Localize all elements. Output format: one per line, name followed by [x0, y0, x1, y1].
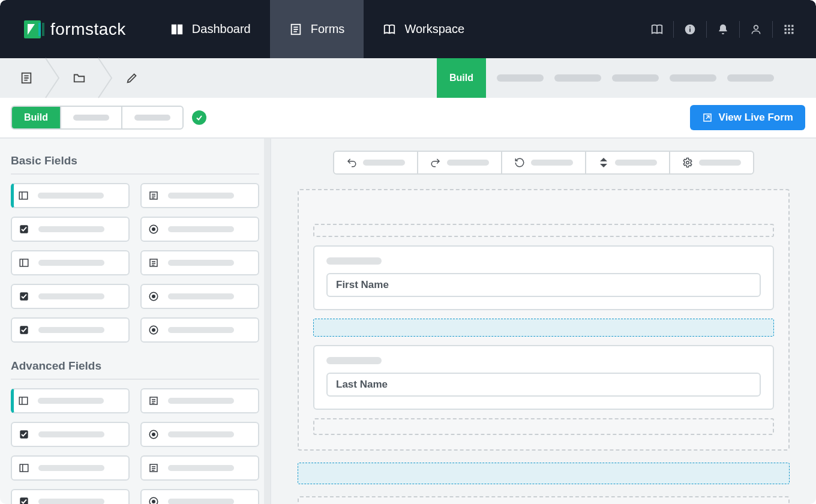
bell-icon[interactable]: [709, 16, 737, 43]
breadcrumb-edit-icon[interactable]: [106, 58, 158, 98]
svg-rect-1: [38, 23, 41, 36]
undo-icon: [346, 157, 357, 168]
field-tile-label-placeholder: [38, 293, 104, 299]
field-tile[interactable]: [140, 388, 259, 413]
last-name-field[interactable]: Last Name: [313, 345, 774, 410]
checkbox-icon: [18, 223, 30, 235]
user-icon[interactable]: [742, 16, 770, 43]
field-tile[interactable]: [11, 250, 130, 275]
radio-icon: [148, 290, 160, 302]
checkbox-icon: [18, 324, 30, 336]
list-icon: [148, 257, 160, 269]
last-name-input[interactable]: Last Name: [326, 373, 761, 397]
seg-build[interactable]: Build: [12, 107, 61, 128]
formstack-logo-icon: [24, 19, 44, 40]
field-tile[interactable]: [11, 489, 130, 504]
nav-dashboard[interactable]: Dashboard: [151, 0, 270, 58]
sidebar-resize-handle[interactable]: [264, 139, 270, 504]
field-tile[interactable]: [140, 183, 259, 208]
redo-button[interactable]: [418, 152, 502, 173]
radio-icon: [148, 223, 160, 235]
panel-left-icon: [18, 462, 30, 474]
section-header-placeholder: [299, 190, 788, 215]
field-tile[interactable]: [11, 284, 130, 309]
main-nav: Dashboard Forms Workspace: [151, 0, 484, 58]
apps-grid-icon[interactable]: [775, 16, 803, 43]
nav-forms[interactable]: Forms: [270, 0, 364, 58]
field-tile[interactable]: [11, 455, 130, 481]
field-tile-label-placeholder: [38, 193, 104, 199]
panel-left-icon: [17, 395, 29, 407]
field-label-placeholder: [326, 257, 382, 265]
nav-workspace-label: Workspace: [404, 22, 464, 36]
help-book-icon[interactable]: [643, 16, 671, 43]
undo-button[interactable]: [334, 152, 418, 173]
field-tile[interactable]: [11, 317, 130, 343]
svg-rect-18: [785, 28, 787, 30]
breadcrumb-folder-icon[interactable]: [53, 58, 106, 98]
svg-point-50: [152, 328, 155, 332]
field-tile-label-placeholder: [38, 465, 104, 471]
checkbox-icon: [18, 496, 30, 504]
tab-placeholder[interactable]: [497, 74, 544, 82]
drop-zone[interactable]: [313, 319, 774, 337]
brand-logo[interactable]: formstack: [0, 0, 151, 58]
checkbox-icon: [18, 290, 30, 302]
svg-point-14: [754, 25, 758, 29]
svg-rect-2: [42, 23, 44, 36]
row-placeholder[interactable]: [313, 418, 774, 435]
field-tile[interactable]: [140, 422, 259, 447]
brand-wordmark: formstack: [50, 20, 126, 39]
separator: [772, 21, 773, 38]
seg-placeholder[interactable]: [122, 107, 182, 128]
field-tile-label-placeholder: [168, 465, 234, 471]
tab-placeholder[interactable]: [554, 74, 601, 82]
book-icon: [383, 23, 396, 36]
field-tile[interactable]: [140, 489, 259, 504]
view-live-form-button[interactable]: View Live Form: [690, 105, 805, 130]
tab-placeholder[interactable]: [670, 74, 716, 82]
tab-placeholder[interactable]: [612, 74, 659, 82]
field-tile[interactable]: [140, 455, 259, 481]
svg-rect-39: [20, 259, 28, 266]
first-name-field[interactable]: First Name: [313, 245, 774, 310]
tab-build[interactable]: Build: [437, 58, 486, 98]
form-section[interactable]: First Name Last Name: [298, 189, 790, 451]
svg-line-29: [706, 116, 709, 119]
refresh-button[interactable]: [502, 152, 586, 173]
info-icon[interactable]: [676, 16, 704, 43]
sort-button[interactable]: [586, 152, 670, 173]
svg-rect-21: [785, 32, 787, 34]
tab-placeholder[interactable]: [727, 74, 774, 82]
field-tile[interactable]: [140, 317, 259, 343]
divider: [11, 173, 259, 175]
first-name-input[interactable]: First Name: [326, 273, 761, 297]
field-tile[interactable]: [11, 422, 130, 447]
section-drop-zone[interactable]: [298, 463, 790, 484]
settings-button[interactable]: [670, 152, 753, 173]
field-tile[interactable]: [11, 388, 130, 413]
field-tile-label-placeholder: [38, 226, 104, 232]
redo-icon: [430, 157, 441, 168]
nav-workspace[interactable]: Workspace: [364, 0, 484, 58]
breadcrumb-bar: Build: [0, 58, 816, 98]
field-tile[interactable]: [11, 217, 130, 242]
seg-placeholder[interactable]: [61, 107, 122, 128]
svg-rect-19: [788, 28, 790, 30]
panel-left-icon: [17, 190, 29, 202]
top-nav: formstack Dashboard Forms Workspace: [0, 0, 816, 58]
svg-rect-30: [19, 192, 28, 199]
form-icon: [289, 23, 302, 36]
svg-point-71: [686, 161, 689, 164]
row-placeholder[interactable]: [313, 224, 774, 237]
field-tile[interactable]: [11, 183, 130, 208]
external-link-icon: [702, 112, 713, 123]
panel-left-icon: [18, 257, 30, 269]
form-section[interactable]: [298, 496, 790, 504]
breadcrumb-form-icon[interactable]: [0, 58, 53, 98]
svg-rect-22: [788, 32, 790, 34]
field-tile[interactable]: [140, 250, 259, 275]
field-tile[interactable]: [140, 284, 259, 309]
field-tile-label-placeholder: [38, 499, 104, 504]
field-tile[interactable]: [140, 217, 259, 242]
